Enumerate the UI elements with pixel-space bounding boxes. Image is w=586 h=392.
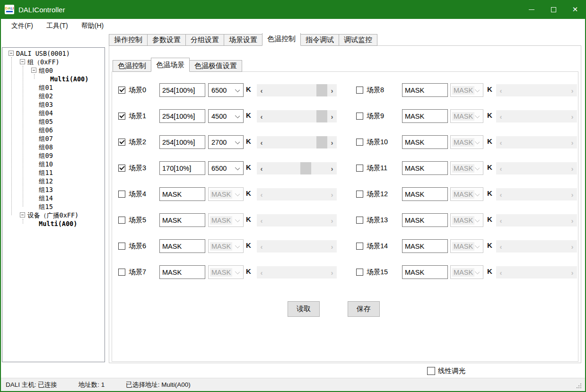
subtab-色温控制[interactable]: 色温控制: [113, 60, 151, 72]
scene-checkbox[interactable]: [118, 217, 125, 224]
cct-dropdown[interactable]: 2700: [208, 135, 244, 149]
scene-checkbox[interactable]: [356, 165, 363, 172]
tab-色温控制[interactable]: 色温控制: [262, 32, 301, 46]
scene-level-input[interactable]: [159, 109, 205, 123]
tab-分组设置[interactable]: 分组设置: [185, 34, 224, 46]
scene-checkbox[interactable]: [356, 113, 363, 120]
tree-expander-icon[interactable]: [31, 68, 36, 73]
tree-expander-icon[interactable]: [20, 59, 25, 64]
scroll-right-arrow[interactable]: ›: [327, 136, 337, 148]
scrollbar-track[interactable]: [266, 136, 327, 148]
scrollbar-track[interactable]: [266, 110, 327, 122]
tree-item[interactable]: 组06: [2, 126, 105, 134]
scene-checkbox[interactable]: [356, 139, 363, 146]
scene-checkbox[interactable]: [118, 139, 125, 146]
tree-item[interactable]: 组08: [2, 143, 105, 151]
read-button[interactable]: 读取: [288, 301, 320, 317]
scene-level-input[interactable]: [402, 83, 448, 97]
scrollbar-track[interactable]: [266, 84, 327, 96]
tree-item[interactable]: 组（0xFF): [2, 58, 105, 66]
scene-checkbox[interactable]: [118, 87, 125, 94]
minimize-button[interactable]: [521, 0, 542, 19]
close-button[interactable]: ✕: [564, 0, 586, 19]
tab-参数设置[interactable]: 参数设置: [147, 34, 186, 46]
tree-item[interactable]: DALI USB(0001): [2, 49, 105, 58]
scene-level-input[interactable]: [402, 187, 448, 201]
tab-操作控制[interactable]: 操作控制: [109, 34, 148, 46]
tree-item[interactable]: 组07: [2, 134, 105, 143]
scene-level-input[interactable]: [402, 239, 448, 253]
scene-checkbox[interactable]: [356, 217, 363, 224]
scene-level-input[interactable]: [159, 265, 205, 279]
tree-item[interactable]: 组10: [2, 160, 105, 168]
scene-checkbox[interactable]: [118, 269, 125, 276]
scene-level-input[interactable]: [159, 187, 205, 201]
tree-item[interactable]: 组00: [2, 66, 105, 75]
scene-level-input[interactable]: [159, 213, 205, 227]
subtab-色温场景[interactable]: 色温场景: [151, 58, 190, 72]
scene-checkbox[interactable]: [356, 269, 363, 276]
cct-scrollbar[interactable]: ‹›: [257, 162, 337, 174]
scene-level-input[interactable]: [402, 161, 448, 175]
tree-item[interactable]: Multi(A00): [2, 219, 105, 228]
tree-item[interactable]: 组15: [2, 202, 105, 211]
scene-checkbox[interactable]: [118, 243, 125, 250]
scrollbar-thumb[interactable]: [316, 84, 327, 96]
scrollbar-thumb[interactable]: [316, 110, 327, 122]
scrollbar-track[interactable]: [266, 162, 327, 174]
tree-item[interactable]: 组03: [2, 100, 105, 109]
scene-checkbox[interactable]: [356, 191, 363, 198]
scene-checkbox[interactable]: [356, 243, 363, 250]
scroll-right-arrow[interactable]: ›: [327, 110, 337, 122]
subtab-色温极值设置[interactable]: 色温极值设置: [189, 60, 242, 72]
tree-expander-icon[interactable]: [9, 51, 14, 56]
scene-level-input[interactable]: [402, 109, 448, 123]
scene-checkbox[interactable]: [118, 191, 125, 198]
tree-item[interactable]: 组12: [2, 177, 105, 185]
scene-level-input[interactable]: [402, 135, 448, 149]
scene-level-input[interactable]: [159, 83, 205, 97]
scene-level-input[interactable]: [159, 239, 205, 253]
scrollbar-thumb[interactable]: [316, 136, 327, 148]
tree-item[interactable]: 组02: [2, 92, 105, 100]
tree-item[interactable]: 组09: [2, 151, 105, 160]
cct-dropdown[interactable]: 6500: [208, 83, 244, 97]
tree-item[interactable]: Multi(A00): [2, 75, 105, 83]
scene-checkbox[interactable]: [118, 113, 125, 120]
scene-level-input[interactable]: [402, 265, 448, 279]
tree-item[interactable]: 设备（广播0xFF): [2, 211, 105, 219]
scroll-left-arrow[interactable]: ‹: [257, 162, 266, 174]
scroll-left-arrow[interactable]: ‹: [257, 110, 266, 122]
cct-scrollbar[interactable]: ‹›: [257, 110, 337, 122]
tab-指令调试[interactable]: 指令调试: [300, 34, 339, 46]
maximize-button[interactable]: [542, 0, 564, 19]
linear-dimming-checkbox[interactable]: [427, 367, 435, 375]
scrollbar-thumb[interactable]: [300, 162, 311, 174]
tree-item[interactable]: 组14: [2, 194, 105, 202]
tab-调试监控[interactable]: 调试监控: [339, 34, 377, 46]
scroll-right-arrow[interactable]: ›: [327, 84, 337, 96]
scene-checkbox[interactable]: [356, 87, 363, 94]
save-button[interactable]: 保存: [348, 301, 380, 317]
resize-grip-icon[interactable]: [580, 387, 581, 388]
tree-expander-icon[interactable]: [20, 212, 25, 218]
tree-item[interactable]: 组11: [2, 168, 105, 177]
menu-file[interactable]: 文件(F): [5, 20, 40, 32]
tree-item[interactable]: 组01: [2, 83, 105, 92]
scene-checkbox[interactable]: [118, 165, 125, 172]
cct-scrollbar[interactable]: ‹›: [257, 136, 337, 148]
scroll-right-arrow[interactable]: ›: [327, 162, 337, 174]
scroll-left-arrow[interactable]: ‹: [257, 84, 266, 96]
menu-help[interactable]: 帮助(H): [75, 20, 110, 32]
tree-item[interactable]: 组05: [2, 117, 105, 126]
scene-level-input[interactable]: [159, 161, 205, 175]
cct-dropdown[interactable]: 6500: [208, 161, 244, 175]
tree-item[interactable]: 组04: [2, 109, 105, 117]
menu-tools[interactable]: 工具(T): [40, 20, 75, 32]
cct-dropdown[interactable]: 4500: [208, 109, 244, 123]
scroll-left-arrow[interactable]: ‹: [257, 136, 266, 148]
scene-level-input[interactable]: [402, 213, 448, 227]
tab-场景设置[interactable]: 场景设置: [224, 34, 262, 46]
scene-level-input[interactable]: [159, 135, 205, 149]
cct-scrollbar[interactable]: ‹›: [257, 84, 337, 96]
